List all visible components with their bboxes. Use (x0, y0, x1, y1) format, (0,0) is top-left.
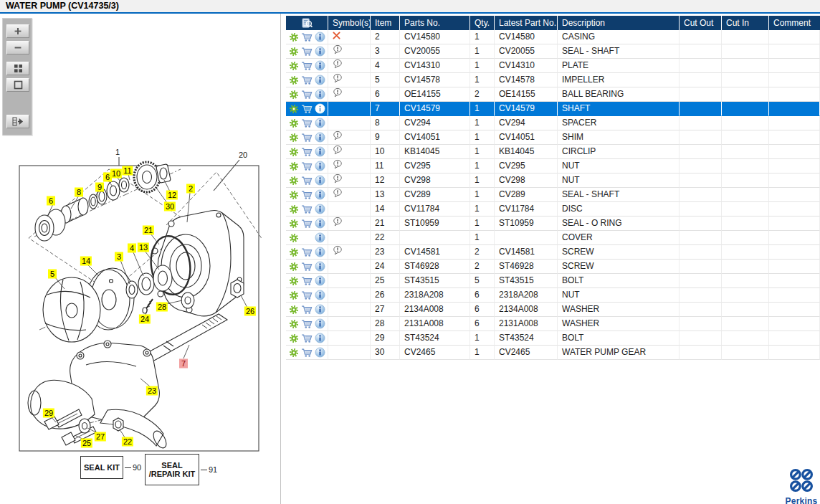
part-info-icon[interactable] (315, 347, 325, 358)
table-row[interactable]: 3 CV20055 1 CV20055 SEAL - SHAFT (286, 44, 820, 59)
diagram-callout-8[interactable]: 8 (75, 188, 83, 197)
note-balloon-icon[interactable] (333, 44, 343, 54)
table-row[interactable]: 22 1 COVER (286, 231, 820, 245)
table-row[interactable]: 29 ST43524 1 ST43524 BOLT (286, 331, 820, 346)
add-to-basket-icon[interactable] (301, 333, 313, 343)
column-header-comment[interactable]: Comment (769, 16, 820, 30)
column-header-actions[interactable] (286, 16, 328, 30)
toggle-panel-button[interactable] (6, 115, 29, 128)
part-info-icon[interactable] (315, 32, 325, 42)
column-header-qty[interactable]: Qty. (470, 16, 495, 30)
table-row[interactable]: 13 CV289 1 CV289 SEAL - SHAFT (286, 188, 820, 202)
table-row[interactable]: 6 OE14155 2 OE14155 BALL BEARING (286, 87, 820, 102)
table-row[interactable]: 12 CV298 1 CV298 NUT (286, 173, 820, 188)
diagram-callout-23[interactable]: 23 (146, 386, 158, 396)
add-to-basket-icon[interactable] (301, 247, 313, 257)
add-to-basket-icon[interactable] (301, 176, 313, 186)
part-info-icon[interactable] (315, 146, 325, 157)
part-info-icon[interactable] (315, 75, 325, 85)
configure-part-icon[interactable] (289, 319, 299, 329)
table-row[interactable]: 14 CV11784 1 CV11784 DISC (286, 202, 820, 217)
part-info-icon[interactable] (315, 189, 325, 200)
tile-views-button[interactable] (6, 62, 29, 75)
table-row[interactable]: 30 CV2465 1 CV2465 WATER PUMP GEAR (286, 346, 820, 360)
configure-part-icon[interactable] (289, 290, 299, 300)
configure-part-icon[interactable] (289, 176, 299, 186)
part-info-icon[interactable] (315, 304, 325, 315)
single-view-button[interactable] (6, 78, 29, 92)
diagram-callout-21[interactable]: 21 (143, 226, 154, 235)
note-balloon-icon[interactable] (333, 145, 343, 155)
add-to-basket-icon[interactable] (301, 147, 313, 157)
part-info-icon[interactable] (315, 132, 325, 143)
configure-part-icon[interactable] (289, 32, 299, 42)
add-to-basket-icon[interactable] (301, 305, 313, 315)
diagram-callout-5[interactable]: 5 (48, 270, 57, 279)
note-balloon-icon[interactable] (333, 73, 343, 83)
zoom-out-button[interactable] (6, 41, 29, 54)
column-header-cut-out[interactable]: Cut Out (680, 16, 722, 30)
part-info-icon[interactable] (315, 333, 325, 343)
table-row[interactable]: 21 ST10959 1 ST10959 SEAL - O RING (286, 217, 820, 231)
diagram-callout-30[interactable]: 30 (164, 202, 176, 211)
configure-part-icon[interactable] (289, 133, 299, 143)
note-balloon-icon[interactable] (333, 188, 343, 198)
part-info-icon[interactable] (315, 318, 325, 329)
part-info-icon[interactable] (315, 89, 325, 100)
diagram-callout-14[interactable]: 14 (80, 257, 92, 266)
diagram-callout-12[interactable]: 12 (166, 191, 178, 200)
configure-part-icon[interactable] (289, 204, 299, 214)
column-header-latest-part-no[interactable]: Latest Part No. (495, 16, 558, 30)
configure-part-icon[interactable] (289, 276, 299, 286)
add-to-basket-icon[interactable] (301, 204, 313, 214)
table-row[interactable]: 10 KB14045 1 KB14045 CIRCLIP (286, 145, 820, 159)
diagram-callout-13[interactable]: 13 (138, 243, 149, 252)
diagram-callout-9[interactable]: 9 (95, 183, 104, 192)
diagram-callout-27[interactable]: 27 (95, 432, 106, 442)
note-balloon-icon[interactable] (333, 87, 343, 98)
add-to-basket-icon[interactable] (301, 290, 313, 300)
add-to-basket-icon[interactable] (301, 190, 313, 200)
configure-part-icon[interactable] (289, 61, 299, 71)
table-row[interactable]: 7 CV14579 1 CV14579 SHAFT (286, 102, 820, 116)
configure-part-icon[interactable] (289, 118, 299, 128)
configure-part-icon[interactable] (289, 104, 299, 114)
add-to-basket-icon[interactable] (301, 104, 313, 114)
configure-part-icon[interactable] (289, 47, 299, 57)
add-to-basket-icon[interactable] (301, 47, 313, 57)
table-row[interactable]: 27 2134A008 6 2134A008 WASHER (286, 303, 820, 317)
note-balloon-icon[interactable] (333, 217, 343, 227)
diagram-callout-24[interactable]: 24 (139, 315, 151, 324)
column-header-symbols[interactable]: Symbol(s) (328, 16, 371, 30)
part-info-icon[interactable] (315, 103, 325, 114)
diagram-callout-2[interactable]: 2 (186, 184, 195, 194)
part-info-icon[interactable] (315, 60, 325, 71)
diagram-callout-7[interactable]: 7 (179, 359, 188, 369)
diagram-callout-22[interactable]: 22 (122, 437, 133, 447)
configure-part-icon[interactable] (289, 219, 299, 229)
add-to-basket-icon[interactable] (301, 276, 313, 286)
zoom-in-button[interactable] (6, 24, 29, 38)
part-info-icon[interactable] (315, 275, 325, 286)
part-info-icon[interactable] (315, 46, 325, 57)
configure-part-icon[interactable] (289, 190, 299, 200)
table-row[interactable]: 11 CV295 1 CV295 NUT (286, 159, 820, 173)
add-to-basket-icon[interactable] (301, 161, 313, 171)
table-row[interactable]: 26 2318A208 6 2318A208 NUT (286, 288, 820, 303)
note-balloon-icon[interactable] (333, 130, 343, 141)
table-row[interactable]: 25 ST43515 5 ST43515 BOLT (286, 274, 820, 288)
part-info-icon[interactable] (315, 218, 325, 229)
configure-part-icon[interactable] (289, 75, 299, 85)
configure-part-icon[interactable] (289, 90, 299, 100)
diagram-callout-26[interactable]: 26 (244, 307, 256, 316)
diagram-callout-10[interactable]: 10 (110, 169, 122, 179)
add-to-basket-icon[interactable] (301, 133, 313, 143)
diagram-callout-28[interactable]: 28 (156, 303, 168, 312)
column-header-parts-no[interactable]: Parts No. (400, 16, 470, 30)
table-row[interactable]: 8 CV294 1 CV294 SPACER (286, 116, 820, 130)
diagram-callout-25[interactable]: 25 (81, 439, 92, 448)
table-row[interactable]: 4 CV14310 1 CV14310 PLATE (286, 59, 820, 73)
diagram-callout-3[interactable]: 3 (115, 252, 123, 262)
note-balloon-icon[interactable] (333, 245, 343, 255)
column-header-description[interactable]: Description (558, 16, 680, 30)
